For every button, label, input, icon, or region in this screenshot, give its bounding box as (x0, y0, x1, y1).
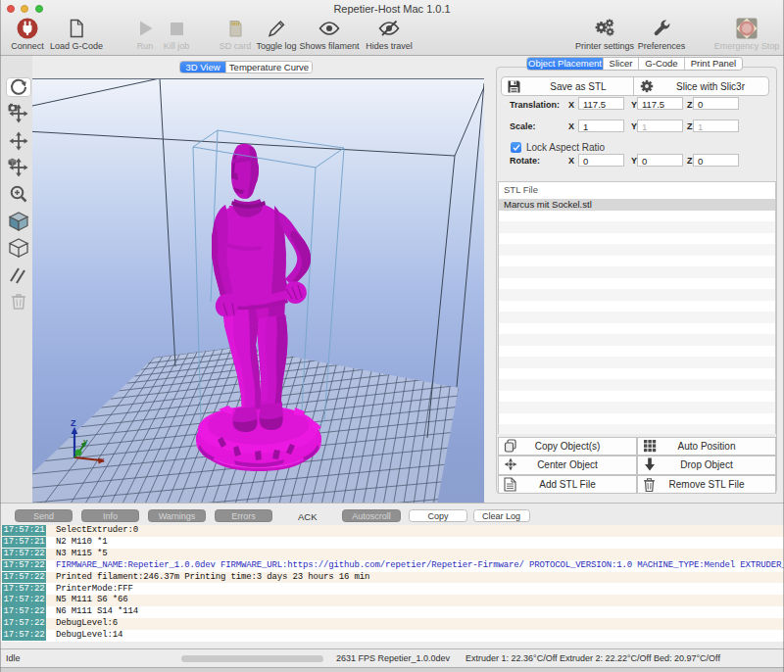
svg-text:y: y (83, 437, 88, 446)
svg-text:x: x (100, 456, 105, 464)
svg-text:Z: Z (71, 418, 76, 428)
